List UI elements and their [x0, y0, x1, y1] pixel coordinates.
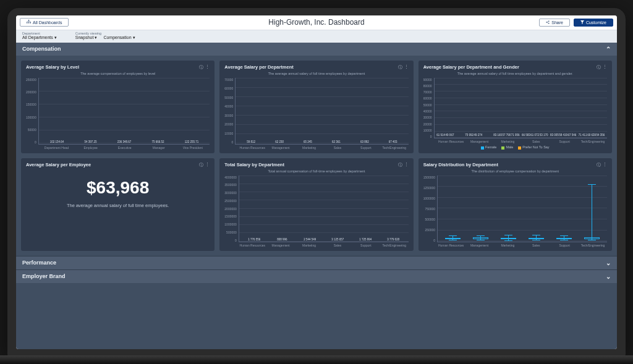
section-employer-brand-header[interactable]: Employer Brand ⌄ [16, 269, 617, 283]
card-title: Average Salary per Employee [26, 162, 91, 167]
card-subtitle: The average annual salary of full time e… [224, 72, 408, 75]
all-dashboards-button[interactable]: All Dashboards [20, 18, 69, 27]
kebab-icon[interactable]: ⋮ [205, 64, 210, 70]
sitemap-icon [27, 20, 31, 25]
svg-rect-0 [28, 20, 29, 20]
svg-point-6 [548, 23, 550, 24]
all-dashboards-label: All Dashboards [33, 20, 62, 25]
svg-rect-2 [28, 22, 29, 23]
section-title: Employer Brand [22, 273, 66, 279]
section-title: Performance [22, 260, 56, 266]
svg-rect-3 [30, 22, 31, 23]
department-select[interactable]: All Departments ▾ [22, 35, 57, 40]
card-subtitle: The average annual salary of full time e… [423, 72, 607, 75]
share-icon [546, 20, 550, 25]
snapshot-select[interactable]: Snapshot ▾ [75, 35, 98, 40]
card-avg-salary-per-employee: Average Salary per Employee ⓘ ⋮ $63,968 … [21, 158, 215, 251]
card-title: Average Salary by Level [26, 64, 79, 70]
section-compensation-header[interactable]: Compensation ⌃ [16, 43, 617, 56]
svg-rect-1 [27, 22, 27, 23]
section-performance-header[interactable]: Performance ⌄ [16, 256, 617, 269]
chevron-down-icon: ⌄ [606, 273, 611, 280]
info-icon[interactable]: ⓘ [597, 64, 601, 70]
box-plot: 1500000125000010000007500005000002500000… [423, 176, 607, 247]
screen: All Dashboards High-Growth, Inc. Dashboa… [16, 15, 617, 349]
chevron-up-icon: ⌃ [606, 46, 611, 53]
laptop-device-frame: All Dashboards High-Growth, Inc. Dashboa… [7, 8, 626, 357]
chevron-down-icon: ⌄ [606, 260, 611, 266]
card-subtitle: The average compensation of employees by… [26, 72, 210, 75]
card-total-salary-by-department: Total Salary by Department ⓘ ⋮ Total ann… [219, 158, 413, 251]
section-title: Compensation [22, 46, 61, 52]
chevron-down-icon: ▾ [95, 35, 97, 40]
card-avg-salary-per-department: Average Salary per Department ⓘ ⋮ The av… [219, 61, 413, 153]
card-avg-salary-per-department-gender: Average Salary per Department and Gender… [418, 61, 612, 153]
kebab-icon[interactable]: ⋮ [404, 162, 409, 168]
customize-label: Customize [586, 20, 606, 25]
card-salary-distribution: Salary Distribution by Department ⓘ ⋮ Th… [418, 158, 612, 251]
card-title: Total Salary by Department [224, 162, 284, 167]
laptop-base [0, 355, 633, 364]
dashboard-body: Compensation ⌃ Average Salary by Level ⓘ… [16, 43, 617, 349]
card-avg-salary-by-level: Average Salary by Level ⓘ ⋮ The average … [21, 61, 215, 153]
card-title: Average Salary per Department and Gender [423, 64, 519, 70]
chevron-down-icon: ▾ [133, 35, 135, 40]
chevron-down-icon: ▾ [54, 35, 57, 40]
kpi-value: $63,968 [26, 178, 210, 198]
section-compensation-body: Average Salary by Level ⓘ ⋮ The average … [16, 56, 617, 256]
share-label: Share [551, 20, 563, 25]
department-filter: Department All Departments ▾ [22, 32, 57, 40]
kebab-icon[interactable]: ⋮ [404, 64, 409, 70]
bar-chart: 250000200000150000100000500000102 154.64… [26, 78, 210, 150]
grouped-bar-chart: 9000080000700006000050000400003000020000… [423, 78, 607, 150]
compensation-select[interactable]: Compensation ▾ [103, 35, 135, 40]
share-button[interactable]: Share [539, 19, 570, 27]
info-icon[interactable]: ⓘ [199, 162, 203, 168]
viewing-filter: Currently viewing Snapshot ▾ Compensatio… [75, 32, 135, 40]
bar-chart: 4000000350000030000002500000200000015000… [224, 176, 408, 247]
kebab-icon[interactable]: ⋮ [603, 64, 607, 70]
page-title: High-Growth, Inc. Dashboard [268, 18, 364, 27]
kebab-icon[interactable]: ⋮ [205, 162, 210, 168]
info-icon[interactable]: ⓘ [597, 162, 601, 168]
card-subtitle: The distribution of employee compensatio… [423, 169, 607, 173]
svg-point-5 [546, 22, 548, 23]
info-icon[interactable]: ⓘ [398, 64, 402, 70]
bar-chart: 70000600005000040000300002000010000059 8… [224, 78, 408, 150]
kpi-description: The average annual salary of full time e… [26, 203, 210, 208]
filter-icon [580, 20, 584, 25]
card-title: Salary Distribution by Department [423, 162, 498, 167]
info-icon[interactable]: ⓘ [199, 64, 203, 70]
info-icon[interactable]: ⓘ [398, 162, 402, 168]
filter-bar: Department All Departments ▾ Currently v… [16, 30, 617, 43]
svg-point-4 [548, 20, 550, 22]
kebab-icon[interactable]: ⋮ [603, 162, 607, 168]
topbar: All Dashboards High-Growth, Inc. Dashboa… [16, 15, 617, 30]
card-title: Average Salary per Department [224, 64, 293, 70]
customize-button[interactable]: Customize [574, 19, 613, 27]
card-subtitle: Total annual compensation of full-time e… [224, 169, 408, 173]
